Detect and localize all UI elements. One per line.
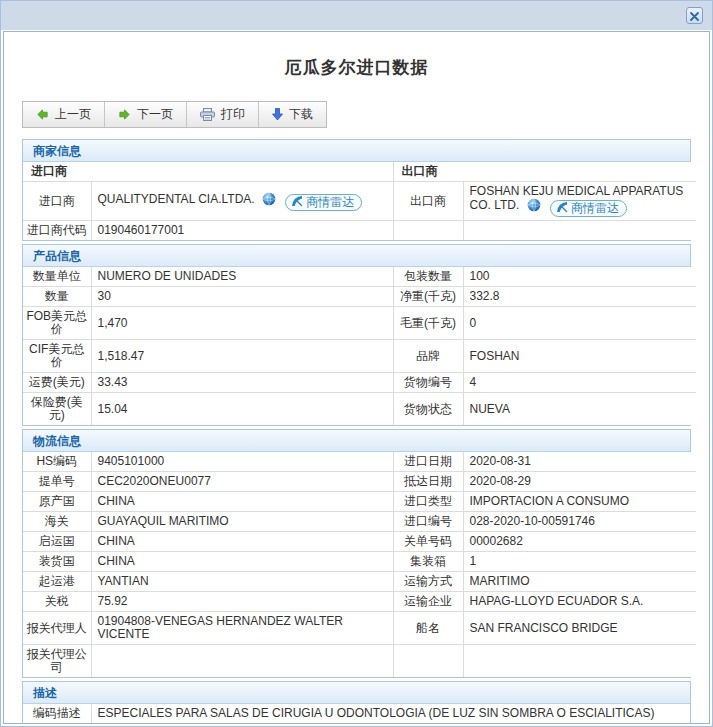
table-row: 关税 75.92 运输企业 HAPAG-LLOYD ECUADOR S.A. bbox=[23, 592, 696, 612]
field-label: 关单号码 bbox=[393, 532, 463, 552]
field-label: FOB美元总价 bbox=[23, 307, 91, 340]
importer-column-header: 进口商 bbox=[23, 162, 393, 182]
toolbar: 上一页 下一页 打印 bbox=[22, 101, 327, 128]
field-value: 30 bbox=[91, 287, 393, 307]
table-row: 启运国 CHINA 关单号码 00002682 bbox=[23, 532, 696, 552]
field-label: 毛重(千克) bbox=[393, 307, 463, 340]
logistics-table: HS编码 9405101000 进口日期 2020-08-31 提单号 CEC2… bbox=[23, 452, 696, 677]
field-label: 产品详细描述 bbox=[23, 724, 91, 725]
field-label bbox=[393, 645, 463, 678]
field-value: 100 bbox=[463, 267, 696, 287]
field-label: 数量单位 bbox=[23, 267, 91, 287]
table-row: 报关代理公司 bbox=[23, 645, 696, 678]
field-value: ESPECIALES PARA SALAS DE CIRUGIA U ODONT… bbox=[91, 704, 690, 724]
field-value: 15.04 bbox=[91, 393, 393, 426]
field-value: 00002682 bbox=[463, 532, 696, 552]
blue-down-arrow-icon bbox=[272, 108, 283, 121]
field-value: NUMERO DE UNIDADES bbox=[91, 267, 393, 287]
table-row: 进口商 QUALITYDENTAL CIA.LTDA. bbox=[23, 182, 696, 221]
field-value: 1 bbox=[463, 552, 696, 572]
field-label: 货物状态 bbox=[393, 393, 463, 426]
table-row: 提单号 CEC2020ONEU0077 抵达日期 2020-08-29 bbox=[23, 472, 696, 492]
field-label: 原产国 bbox=[23, 492, 91, 512]
field-label: 抵达日期 bbox=[393, 472, 463, 492]
table-row: 装货国 CHINA 集装箱 1 bbox=[23, 552, 696, 572]
section-merchant: 商家信息 进口商 出口商 进口商 QUALITYDENTAL CIA.LTDA. bbox=[22, 139, 691, 241]
print-button[interactable]: 打印 bbox=[187, 102, 259, 127]
printer-icon bbox=[200, 108, 215, 121]
dialog-titlebar bbox=[1, 1, 712, 30]
table-row: 数量单位 NUMERO DE UNIDADES 包装数量 100 bbox=[23, 267, 696, 287]
table-row: 运费(美元) 33.43 货物编号 4 bbox=[23, 373, 696, 393]
field-label: 进口编号 bbox=[393, 512, 463, 532]
next-page-button[interactable]: 下一页 bbox=[105, 102, 187, 127]
table-row: 进口商代码 0190460177001 bbox=[23, 221, 696, 241]
field-label: 提单号 bbox=[23, 472, 91, 492]
dialog-body: 厄瓜多尔进口数据 上一页 下一页 bbox=[3, 31, 710, 724]
field-value: 01904808-VENEGAS HERNANDEZ WALTER VICENT… bbox=[91, 612, 393, 645]
field-value: 0 bbox=[463, 307, 696, 340]
exporter-label: 出口商 bbox=[393, 182, 463, 221]
product-section-title: 产品信息 bbox=[23, 245, 690, 267]
table-row: 保险费(美元) 15.04 货物状态 NUEVA bbox=[23, 393, 696, 426]
empty-cell bbox=[463, 221, 696, 241]
field-value: FOSHAN bbox=[463, 340, 696, 373]
field-value: CHINA bbox=[91, 532, 393, 552]
field-value: CHINA bbox=[91, 552, 393, 572]
field-value: IMPORTACION A CONSUMO bbox=[463, 492, 696, 512]
merchant-table: 进口商 出口商 进口商 QUALITYDENTAL CIA.LTDA. bbox=[23, 162, 696, 240]
importer-code-label: 进口商代码 bbox=[23, 221, 91, 241]
merchant-subheader-row: 进口商 出口商 bbox=[23, 162, 696, 182]
description-section-title: 描述 bbox=[23, 682, 690, 704]
field-value: 028-2020-10-00591746 bbox=[463, 512, 696, 532]
empty-cell bbox=[393, 221, 463, 241]
field-label: 净重(千克) bbox=[393, 287, 463, 307]
field-label: 数量 bbox=[23, 287, 91, 307]
radar-icon bbox=[556, 201, 568, 216]
field-label: 运输方式 bbox=[393, 572, 463, 592]
exporter-column-header: 出口商 bbox=[393, 162, 696, 182]
field-label: 包装数量 bbox=[393, 267, 463, 287]
field-value: 1,518.47 bbox=[91, 340, 393, 373]
globe-icon[interactable] bbox=[262, 192, 276, 209]
field-label: 进口日期 bbox=[393, 452, 463, 472]
prev-page-label: 上一页 bbox=[55, 106, 91, 123]
field-value: 33.43 bbox=[91, 373, 393, 393]
table-row: CIF美元总价 1,518.47 品牌 FOSHAN bbox=[23, 340, 696, 373]
table-row: 数量 30 净重(千克) 332.8 bbox=[23, 287, 696, 307]
field-label: 集装箱 bbox=[393, 552, 463, 572]
field-value bbox=[91, 645, 393, 678]
print-label: 打印 bbox=[221, 106, 245, 123]
field-value: 1,470 bbox=[91, 307, 393, 340]
description-table: 编码描述 ESPECIALES PARA SALAS DE CIRUGIA U … bbox=[23, 704, 690, 724]
field-value: YANTIAN bbox=[91, 572, 393, 592]
close-button[interactable] bbox=[686, 7, 703, 24]
field-value: MARITIMO bbox=[463, 572, 696, 592]
download-label: 下载 bbox=[289, 106, 313, 123]
field-label: 关税 bbox=[23, 592, 91, 612]
field-label: 起运港 bbox=[23, 572, 91, 592]
radar-badge[interactable]: 商情雷达 bbox=[550, 200, 627, 217]
field-value: 9405101000 bbox=[91, 452, 393, 472]
field-value: 4 bbox=[463, 373, 696, 393]
radar-badge[interactable]: 商情雷达 bbox=[285, 194, 362, 211]
field-label: 进口类型 bbox=[393, 492, 463, 512]
merchant-section-title: 商家信息 bbox=[23, 140, 690, 162]
field-value: 2020-08-31 bbox=[463, 452, 696, 472]
prev-page-button[interactable]: 上一页 bbox=[23, 102, 105, 127]
field-value: HAPAG-LLOYD ECUADOR S.A. bbox=[463, 592, 696, 612]
table-row: 起运港 YANTIAN 运输方式 MARITIMO bbox=[23, 572, 696, 592]
field-label: 货物编号 bbox=[393, 373, 463, 393]
field-value bbox=[463, 645, 696, 678]
field-label: HS编码 bbox=[23, 452, 91, 472]
importer-value-cell: QUALITYDENTAL CIA.LTDA. bbox=[91, 182, 393, 221]
field-value: NUEVA bbox=[463, 393, 696, 426]
field-label: 海关 bbox=[23, 512, 91, 532]
globe-icon[interactable] bbox=[527, 198, 541, 215]
importer-value: QUALITYDENTAL CIA.LTDA. bbox=[98, 192, 255, 206]
field-label: 报关代理人 bbox=[23, 612, 91, 645]
download-button[interactable]: 下载 bbox=[259, 102, 326, 127]
field-value: LAMPARA LED DE ILUMINACION bbox=[91, 724, 690, 725]
field-label: 品牌 bbox=[393, 340, 463, 373]
field-label: 船名 bbox=[393, 612, 463, 645]
